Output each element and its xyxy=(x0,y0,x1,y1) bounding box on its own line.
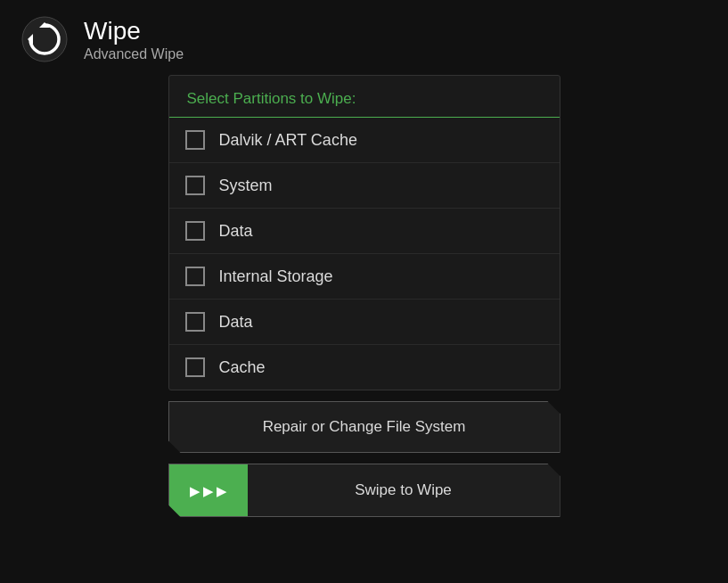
bottom-buttons: Repair or Change File System ▶ ▶ ▶ Swipe… xyxy=(168,401,560,517)
arrow-icon-1: ▶ xyxy=(190,484,200,497)
checkbox-system[interactable] xyxy=(185,176,205,195)
checkbox-internal_storage[interactable] xyxy=(185,267,205,286)
repair-button[interactable]: Repair or Change File System xyxy=(168,401,560,453)
partition-item-cache[interactable]: Cache xyxy=(169,345,560,390)
select-partitions-label: Select Partitions to Wipe: xyxy=(169,76,560,118)
header: Wipe Advanced Wipe xyxy=(0,0,728,75)
repair-button-label: Repair or Change File System xyxy=(263,418,466,436)
swipe-button-label: Swipe to Wipe xyxy=(355,481,452,499)
partition-label-dalvik: Dalvik / ART Cache xyxy=(219,131,357,150)
partition-label-data2: Data xyxy=(219,313,253,332)
app-title: Wipe xyxy=(84,16,184,46)
partition-label-cache: Cache xyxy=(219,358,266,377)
swipe-label-section: Swipe to Wipe xyxy=(248,464,560,516)
partition-item-data1[interactable]: Data xyxy=(169,209,560,254)
partition-label-data1: Data xyxy=(219,222,253,241)
arrow-icon-2: ▶ xyxy=(203,484,214,497)
swipe-button[interactable]: ▶ ▶ ▶ Swipe to Wipe xyxy=(168,464,560,517)
partition-item-system[interactable]: System xyxy=(169,163,560,209)
app-logo-icon xyxy=(21,16,68,62)
partition-list: Dalvik / ART CacheSystemDataInternal Sto… xyxy=(169,118,560,390)
swipe-arrow-section: ▶ ▶ ▶ xyxy=(169,464,248,516)
checkbox-dalvik[interactable] xyxy=(185,130,205,150)
partition-item-dalvik[interactable]: Dalvik / ART Cache xyxy=(169,118,560,163)
arrow-icon-3: ▶ xyxy=(217,484,227,497)
header-text: Wipe Advanced Wipe xyxy=(84,16,184,62)
app-subtitle: Advanced Wipe xyxy=(84,46,184,62)
checkbox-cache[interactable] xyxy=(185,357,205,377)
partition-item-data2[interactable]: Data xyxy=(169,300,560,345)
checkbox-data2[interactable] xyxy=(185,312,205,332)
partition-label-internal_storage: Internal Storage xyxy=(219,267,333,286)
partition-item-internal_storage[interactable]: Internal Storage xyxy=(169,254,560,300)
partition-panel: Select Partitions to Wipe: Dalvik / ART … xyxy=(168,75,560,390)
partition-label-system: System xyxy=(219,177,273,195)
checkbox-data1[interactable] xyxy=(185,221,205,241)
